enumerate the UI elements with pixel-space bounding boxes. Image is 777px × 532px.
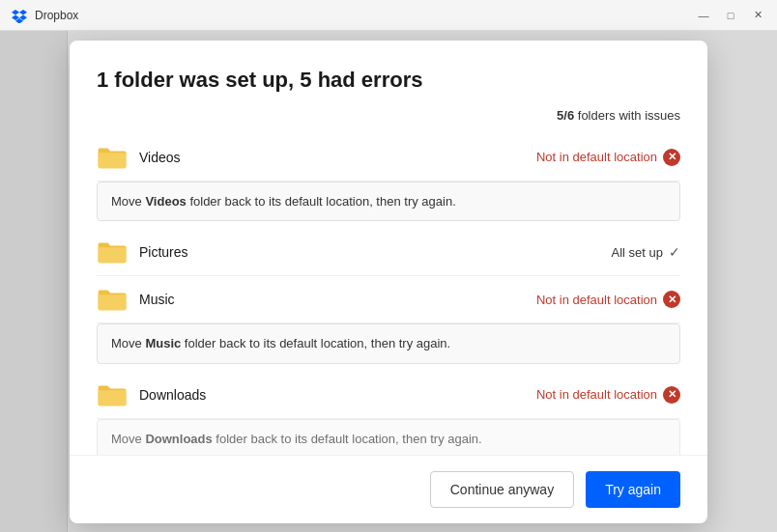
folder-status-pictures: All set up ✓ <box>612 244 680 260</box>
folder-status-videos: Not in default location ✕ <box>536 149 680 166</box>
folder-row-videos: Videos Not in default location ✕ <box>97 134 680 182</box>
folder-status-downloads: Not in default location ✕ <box>536 386 680 404</box>
folder-icon-videos <box>97 144 128 171</box>
status-label-pictures: All set up <box>612 245 663 260</box>
folder-icon-pictures <box>97 238 128 266</box>
dialog-subtitle: 5/6 folders with issues <box>70 108 707 134</box>
folder-row-pictures: Pictures All set up ✓ <box>97 229 680 276</box>
status-label-videos: Not in default location <box>536 150 657 164</box>
folders-issues-label: folders with issues <box>578 108 680 123</box>
dialog-header: 1 folder was set up, 5 had errors <box>70 41 707 108</box>
error-msg-music: Move Music folder back to its default lo… <box>97 323 680 364</box>
error-bold-videos: Videos <box>145 194 186 209</box>
window-titlebar: Dropbox — □ ✕ <box>0 0 777 31</box>
error-bold-downloads: Downloads <box>145 432 212 446</box>
folder-name-music: Music <box>139 292 536 307</box>
error-msg-downloads: Move Downloads folder back to its defaul… <box>97 419 680 455</box>
folder-name-pictures: Pictures <box>139 244 612 260</box>
folder-row-downloads: Downloads Not in default location ✕ <box>97 372 680 419</box>
folder-icon-music <box>97 286 128 313</box>
error-badge-downloads: ✕ <box>663 386 680 404</box>
continue-anyway-button[interactable]: Continue anyway <box>430 471 574 508</box>
try-again-button[interactable]: Try again <box>586 471 680 508</box>
folder-name-videos: Videos <box>139 150 536 165</box>
modal-overlay: 1 folder was set up, 5 had errors 5/6 fo… <box>0 31 777 532</box>
window-controls: — □ ✕ <box>696 8 765 23</box>
folder-status-music: Not in default location ✕ <box>536 291 680 308</box>
folder-icon-downloads <box>97 381 128 408</box>
dialog-title: 1 folder was set up, 5 had errors <box>97 68 680 93</box>
error-badge-videos: ✕ <box>663 149 680 166</box>
maximize-button[interactable]: □ <box>723 8 738 23</box>
ok-check-pictures: ✓ <box>669 244 680 260</box>
status-label-music: Not in default location <box>536 293 657 307</box>
dropbox-icon <box>12 8 27 23</box>
dialog-footer: Continue anyway Try again <box>70 455 707 523</box>
folder-name-downloads: Downloads <box>139 387 536 403</box>
folder-row-music: Music Not in default location ✕ <box>97 276 680 323</box>
status-label-downloads: Not in default location <box>536 387 657 402</box>
error-badge-music: ✕ <box>663 291 680 308</box>
folders-count: 5/6 <box>557 108 574 123</box>
window-title-label: Dropbox <box>35 9 696 22</box>
error-bold-music: Music <box>145 336 181 350</box>
error-msg-videos: Move Videos folder back to its default l… <box>97 182 680 222</box>
dialog: 1 folder was set up, 5 had errors 5/6 fo… <box>70 41 707 523</box>
minimize-button[interactable]: — <box>696 8 711 23</box>
dialog-body[interactable]: Videos Not in default location ✕ Move Vi… <box>70 134 707 455</box>
close-button[interactable]: ✕ <box>750 8 765 23</box>
